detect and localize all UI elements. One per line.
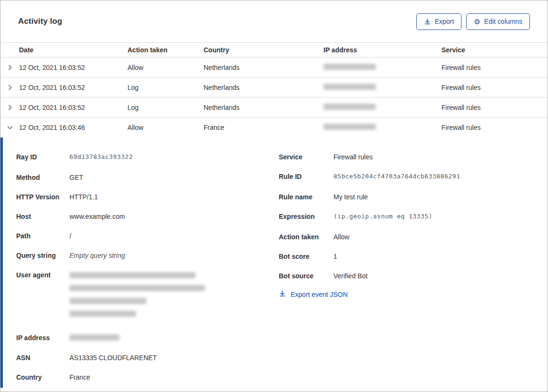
row-ip-address-redacted: [323, 104, 441, 111]
row-action-taken: Allow: [127, 124, 204, 131]
detail-value: www.example.com: [69, 211, 279, 222]
row-ip-address-redacted: [323, 84, 441, 91]
row-date: 12 Oct, 2021 16:03:46: [19, 124, 127, 131]
export-button[interactable]: Export: [416, 13, 461, 30]
detail-value: (ip.geoip.asnum eq 13335): [333, 210, 476, 223]
detail-row: Bot sourceVerified Bot: [279, 271, 533, 281]
detail-row: User agent: [16, 270, 279, 323]
row-country: Netherlands: [204, 104, 323, 111]
row-service: Firewall rules: [441, 104, 548, 111]
detail-label: Service: [279, 152, 333, 162]
event-detail-panel: Ray ID69d13783ac393322MethodGETHTTP Vers…: [0, 137, 548, 392]
detail-row: Action takenAllow: [279, 232, 533, 242]
detail-label: ASN: [16, 353, 69, 363]
detail-row: Ray ID69d13783ac393322: [16, 152, 279, 163]
table-row[interactable]: 12 Oct, 2021 16:03:52AllowNetherlandsFir…: [0, 58, 548, 78]
row-country: France: [204, 124, 323, 131]
edit-columns-label: Edit columns: [484, 18, 522, 25]
detail-label: Path: [16, 231, 69, 241]
detail-left-column: Ray ID69d13783ac393322MethodGETHTTP Vers…: [16, 152, 279, 392]
row-ip-address-redacted: [323, 124, 441, 131]
detail-label: Expression: [279, 211, 333, 223]
column-header-action: Action taken: [127, 46, 204, 54]
detail-row: Path/: [16, 231, 279, 241]
column-header-country: Country: [204, 46, 323, 54]
detail-label: HTTP Version: [16, 192, 69, 202]
detail-value: GET: [69, 172, 279, 183]
row-service: Firewall rules: [441, 64, 548, 71]
detail-label: Action taken: [279, 232, 333, 242]
detail-row: Expression(ip.geoip.asnum eq 13335): [279, 211, 533, 223]
detail-label: User agent: [16, 270, 69, 323]
export-button-label: Export: [435, 18, 454, 25]
column-header-ip-address: IP address: [323, 46, 441, 54]
detail-row: Rule ID85bce5b204cf4703a764dcb633886291: [279, 171, 533, 183]
detail-label: Bot source: [279, 271, 333, 281]
detail-label: Method: [16, 172, 69, 183]
header: Activity log Export ⚙ Edit columns: [0, 0, 548, 42]
row-ip-address-redacted: [323, 64, 441, 71]
detail-row: HTTP VersionHTTP/1.1: [16, 192, 279, 202]
detail-row: Rule nameMy test rule: [279, 192, 533, 202]
detail-value: HTTP/1.1: [69, 192, 279, 202]
detail-value: Verified Bot: [333, 271, 533, 281]
detail-label: Rule name: [279, 192, 333, 202]
detail-value: /: [69, 231, 279, 241]
row-date: 12 Oct, 2021 16:03:52: [19, 84, 127, 91]
detail-label: Rule ID: [279, 171, 333, 183]
detail-row: Query stringEmpty query string: [16, 250, 279, 261]
table-row[interactable]: 12 Oct, 2021 16:03:52LogNetherlandsFirew…: [0, 78, 548, 98]
row-service: Firewall rules: [441, 84, 548, 91]
detail-row: CountryFrance: [16, 372, 279, 382]
detail-label: IP address: [16, 333, 69, 343]
detail-row: MethodGET: [16, 172, 279, 183]
table-row[interactable]: 12 Oct, 2021 16:03:52LogNetherlandsFirew…: [0, 98, 548, 118]
detail-row: ASNAS13335 CLOUDFLARENET: [16, 353, 279, 363]
chevron-right-icon[interactable]: [0, 64, 19, 71]
detail-value: My test rule: [333, 192, 533, 202]
detail-label: Ray ID: [16, 152, 69, 163]
row-action-taken: Log: [127, 104, 204, 111]
header-actions: Export ⚙ Edit columns: [416, 13, 530, 30]
detail-row: IP address: [16, 333, 279, 343]
detail-value: Firewall rules: [333, 152, 533, 162]
row-action-taken: Allow: [127, 64, 204, 71]
detail-row: Hostwww.example.com: [16, 211, 279, 222]
detail-value-redacted: [69, 270, 279, 323]
detail-value: 85bce5b204cf4703a764dcb633886291: [333, 170, 476, 183]
table-header: Date Action taken Country IP address Ser…: [0, 42, 548, 58]
detail-right-column: ServiceFirewall rulesRule ID85bce5b204cf…: [279, 152, 533, 392]
column-header-date: Date: [19, 46, 127, 54]
detail-value: 1: [333, 251, 533, 262]
detail-label: Country: [16, 372, 69, 382]
detail-value: AS13335 CLOUDFLARENET: [69, 353, 279, 363]
row-date: 12 Oct, 2021 16:03:52: [19, 64, 127, 71]
detail-label: Host: [16, 211, 69, 222]
row-action-taken: Log: [127, 84, 204, 91]
table-body: 12 Oct, 2021 16:03:52AllowNetherlandsFir…: [0, 58, 548, 137]
detail-value: 69d13783ac393322: [69, 151, 212, 163]
chevron-right-icon[interactable]: [0, 84, 19, 91]
chevron-right-icon[interactable]: [0, 104, 19, 111]
row-service: Firewall rules: [441, 124, 548, 131]
table-row[interactable]: 12 Oct, 2021 16:03:46AllowFranceFirewall…: [0, 118, 548, 137]
download-icon: [279, 290, 286, 299]
detail-value-redacted: [69, 333, 279, 343]
export-event-json-label: Export event JSON: [291, 291, 348, 298]
row-country: Netherlands: [204, 64, 323, 71]
detail-row: Bot score1: [279, 251, 533, 262]
detail-value: Empty query string: [69, 250, 279, 261]
detail-row: ServiceFirewall rules: [279, 152, 533, 162]
gear-icon: ⚙: [474, 18, 480, 25]
row-date: 12 Oct, 2021 16:03:52: [19, 104, 127, 111]
detail-value: France: [69, 372, 279, 382]
column-header-service: Service: [441, 46, 548, 54]
detail-value: Allow: [333, 232, 533, 242]
detail-label: Query string: [16, 250, 69, 261]
row-country: Netherlands: [204, 84, 323, 91]
edit-columns-button[interactable]: ⚙ Edit columns: [466, 13, 530, 30]
download-icon: [424, 18, 431, 25]
chevron-down-icon[interactable]: [0, 124, 19, 131]
export-event-json-link[interactable]: Export event JSON: [279, 290, 533, 299]
activity-log-panel: Activity log Export ⚙ Edit columns Date …: [0, 0, 548, 392]
